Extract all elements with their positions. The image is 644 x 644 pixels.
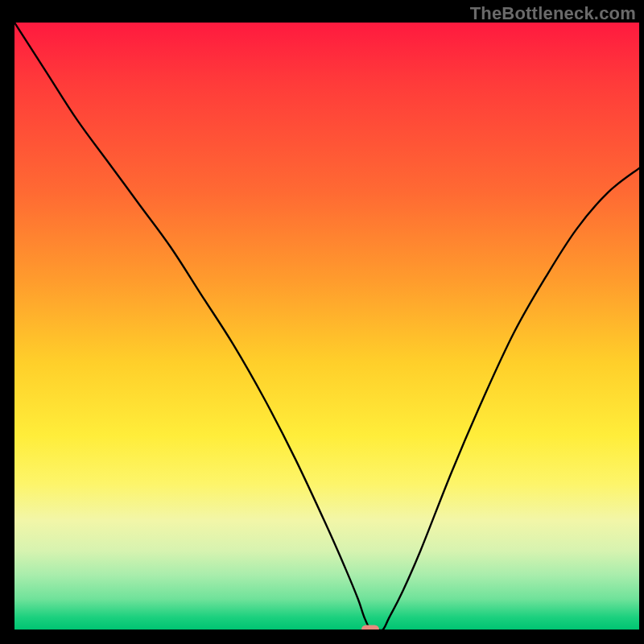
min-point-marker [361,625,379,630]
watermark-text: TheBottleneck.com [470,3,636,24]
bottleneck-curve [14,23,639,630]
plot-area [14,23,639,630]
chart-frame: TheBottleneck.com [0,0,644,644]
